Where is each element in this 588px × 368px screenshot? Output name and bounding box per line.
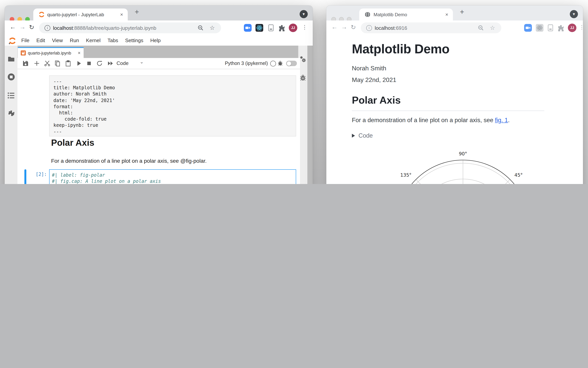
- cell-type-caret-icon[interactable]: ⌄: [140, 59, 144, 64]
- bookmark-star-icon[interactable]: ☆: [210, 24, 215, 31]
- jupyterlab-menubar: FileEditViewRunKernelTabsSettingsHelp: [5, 36, 313, 46]
- new-tab-button[interactable]: +: [460, 8, 464, 16]
- input-collapser[interactable]: [24, 169, 26, 184]
- menu-item-kernel[interactable]: Kernel: [82, 36, 104, 46]
- tab-search-icon[interactable]: ▾: [570, 10, 578, 18]
- address-bar[interactable]: i localhost:6916 ☆: [361, 22, 501, 33]
- enable-debugger-bug-icon[interactable]: [278, 61, 283, 66]
- reload-icon[interactable]: ↻: [351, 24, 356, 31]
- jupyterlab-menu-items: FileEditViewRunKernelTabsSettingsHelp: [18, 36, 164, 46]
- jupyterlab-left-sidebar: [5, 46, 18, 184]
- section-heading: Polar Axis: [352, 94, 401, 106]
- menu-item-file[interactable]: File: [18, 36, 33, 46]
- browser-menu-kebab-icon[interactable]: ⋮: [302, 24, 307, 30]
- globe-favicon: [365, 12, 370, 17]
- restart-kernel-icon[interactable]: [96, 60, 103, 66]
- site-info-icon[interactable]: i: [366, 25, 372, 31]
- back-icon[interactable]: ←: [331, 24, 337, 30]
- zoom-extension-icon[interactable]: [524, 24, 532, 32]
- right-tab-strip: Matplotlib Demo × + ▾: [326, 5, 583, 20]
- body-paragraph: For a demonstration of a line plot on a …: [352, 117, 510, 124]
- zoom-extension-icon[interactable]: [244, 24, 252, 32]
- raw-cell[interactable]: ---title: Matplotlib Demoauthor: Norah S…: [49, 75, 296, 137]
- document-extension-icon[interactable]: [547, 24, 554, 32]
- menu-item-run[interactable]: Run: [66, 36, 83, 46]
- extensions-puzzle-icon[interactable]: [278, 24, 286, 32]
- run-cell-icon[interactable]: [76, 60, 82, 66]
- document-title: Matplotlib Demo: [352, 42, 449, 56]
- new-tab-button[interactable]: +: [135, 8, 139, 16]
- back-icon[interactable]: ←: [10, 24, 16, 30]
- menu-item-help[interactable]: Help: [147, 36, 164, 46]
- svg-text:135°: 135°: [400, 172, 412, 178]
- url-path: :6916: [395, 25, 407, 31]
- react-devtools-extension-icon[interactable]: [255, 24, 263, 32]
- notebook-file-icon: [20, 50, 26, 56]
- toolbar-toggle[interactable]: [286, 61, 297, 66]
- notebook-tab-title: quarto-jupyterlab.ipynb: [28, 51, 71, 55]
- address-bar[interactable]: i localhost:8888/lab/tree/quarto-jupyter…: [39, 22, 221, 33]
- react-devtools-extension-icon[interactable]: [536, 24, 543, 32]
- url-path: :8888/lab/tree/quarto-jupyterlab.ipynb: [73, 25, 156, 31]
- save-icon[interactable]: [22, 60, 29, 66]
- zoom-out-icon[interactable]: [198, 25, 203, 30]
- cut-cell-icon[interactable]: [44, 60, 50, 66]
- property-inspector-gears-icon[interactable]: [299, 56, 307, 63]
- site-info-icon[interactable]: i: [45, 25, 50, 31]
- browser-menu-kebab-icon[interactable]: ⋮: [579, 24, 583, 30]
- add-cell-icon[interactable]: [34, 60, 40, 66]
- zoom-out-icon[interactable]: [478, 25, 483, 30]
- running-kernels-icon[interactable]: [7, 73, 15, 81]
- left-browser-toolbar: ← → ↻ i localhost:8888/lab/tree/quarto-j…: [5, 20, 313, 36]
- jupyter-logo: [8, 37, 17, 45]
- svg-text:45°: 45°: [514, 172, 523, 178]
- profile-avatar[interactable]: JJ: [568, 24, 576, 32]
- debugger-bug-icon[interactable]: [300, 75, 306, 81]
- forward-icon[interactable]: →: [19, 24, 26, 30]
- menu-item-view[interactable]: View: [48, 36, 66, 46]
- cell-type-dropdown[interactable]: Code: [116, 60, 128, 66]
- paste-cell-icon[interactable]: [65, 60, 71, 66]
- heading-rule: [352, 110, 544, 111]
- browser-tab[interactable]: Matplotlib Demo ×: [359, 9, 453, 20]
- notebook-tab-close-icon[interactable]: ×: [78, 50, 80, 56]
- markdown-paragraph: For a demonstration of a line plot on a …: [51, 158, 207, 164]
- left-tab-strip: quarto-jupyterl - JupyterLab × + ▾: [5, 5, 313, 20]
- document-extension-icon[interactable]: [267, 24, 275, 32]
- tab-close-icon[interactable]: ×: [120, 12, 123, 17]
- browser-tab-title: quarto-jupyterl - JupyterLab: [47, 12, 104, 17]
- browser-tab-title: Matplotlib Demo: [374, 12, 407, 17]
- file-browser-icon[interactable]: [7, 55, 15, 63]
- stop-kernel-icon[interactable]: [86, 60, 92, 66]
- raw-cell-line: format:: [53, 104, 292, 110]
- browser-tab[interactable]: quarto-jupyterl - JupyterLab ×: [33, 9, 128, 20]
- extension-manager-icon[interactable]: [7, 109, 15, 117]
- notebook-tab[interactable]: quarto-jupyterlab.ipynb ×: [18, 47, 84, 59]
- tab-search-icon[interactable]: ▾: [300, 10, 308, 18]
- tab-close-icon[interactable]: ×: [445, 12, 448, 17]
- notebook-toolbar: Code ⌄ Python 3 (ipykernel): [17, 58, 300, 69]
- raw-cell-line: ---: [53, 78, 292, 85]
- figure-link[interactable]: fig. 1: [495, 117, 508, 123]
- copy-cell-icon[interactable]: [55, 60, 61, 66]
- code-line: #| fig.cap: A line plot on a polar axis: [52, 179, 296, 184]
- table-of-contents-icon[interactable]: [7, 92, 15, 99]
- svg-text:90°: 90°: [459, 151, 467, 156]
- extensions-puzzle-icon[interactable]: [557, 24, 565, 32]
- profile-avatar[interactable]: JJ: [289, 24, 297, 32]
- forward-icon[interactable]: →: [341, 24, 347, 30]
- menu-item-tabs[interactable]: Tabs: [104, 36, 122, 46]
- kernel-name[interactable]: Python 3 (ipykernel): [222, 61, 268, 66]
- reload-icon[interactable]: ↻: [29, 24, 34, 31]
- right-browser-toolbar: ← → ↻ i localhost:6916 ☆: [326, 20, 583, 36]
- code-fold-toggle[interactable]: Code: [352, 132, 373, 139]
- polar-plot-figure: 0°45°90°135°180°225°270°315°0.51.01.52.0: [384, 147, 542, 184]
- code-cell[interactable]: #| label: fig-polar#| fig.cap: A line pl…: [49, 169, 296, 184]
- bookmark-star-icon[interactable]: ☆: [490, 24, 495, 31]
- run-all-cells-icon[interactable]: [107, 60, 113, 66]
- menu-item-settings[interactable]: Settings: [122, 36, 147, 46]
- menu-item-edit[interactable]: Edit: [33, 36, 48, 46]
- right-browser-window: Matplotlib Demo × + ▾ ← → ↻ i localhost:…: [326, 5, 583, 184]
- jupyterlab-dock: quarto-jupyterlab.ipynb × Code ⌄ Python …: [5, 46, 313, 184]
- notebook-content: ---title: Matplotlib Demoauthor: Norah S…: [17, 69, 300, 184]
